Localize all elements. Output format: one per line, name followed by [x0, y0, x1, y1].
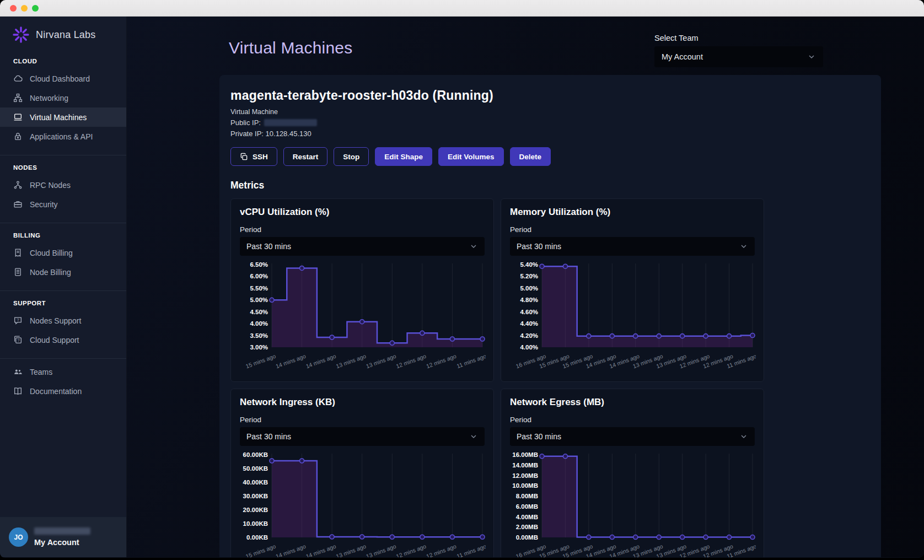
- svg-text:14 mins ago: 14 mins ago: [275, 353, 307, 370]
- chevron-down-icon: [469, 242, 478, 251]
- sidebar-item-nodes-support[interactable]: ?Nodes Support: [0, 311, 126, 330]
- svg-text:6.50%: 6.50%: [250, 261, 268, 268]
- period-select[interactable]: Past 30 mins: [240, 427, 485, 446]
- chevron-down-icon: [739, 242, 748, 251]
- period-select-value: Past 30 mins: [246, 242, 291, 251]
- period-select-value: Past 30 mins: [246, 432, 291, 441]
- sidebar-section: CLOUDCloud DashboardNetworkingVirtual Ma…: [0, 49, 126, 155]
- chart-card-memory-utilization: Memory Utilization (%)PeriodPast 30 mins…: [501, 198, 764, 382]
- page-title: Virtual Machines: [229, 39, 352, 57]
- nodes-icon: [13, 180, 23, 190]
- svg-text:?: ?: [17, 317, 19, 322]
- sidebar-section-header: CLOUD: [0, 52, 126, 69]
- sidebar-item-cloud-dashboard[interactable]: Cloud Dashboard: [0, 69, 126, 88]
- vm-public-ip: Public IP:: [230, 119, 870, 127]
- sidebar-item-node-billing[interactable]: Node Billing: [0, 262, 126, 282]
- metric-chart: 5.40%5.20%5.00%4.80%4.60%4.40%4.20%4.00%…: [510, 260, 756, 374]
- svg-text:4.00%: 4.00%: [520, 344, 538, 351]
- sidebar-section: NODESRPC NodesSecurity: [0, 155, 126, 223]
- period-label: Period: [510, 225, 755, 234]
- sidebar-item-label: Cloud Dashboard: [30, 74, 90, 83]
- teams-icon: [13, 367, 23, 376]
- sidebar-item-networking[interactable]: Networking: [0, 88, 126, 107]
- chart-title: Network Egress (MB): [510, 397, 755, 408]
- team-select-group: Select Team My Account: [654, 34, 823, 67]
- sidebar-section-header: SUPPORT: [0, 294, 126, 311]
- sidebar-item-cloud-billing[interactable]: Cloud Billing: [0, 243, 126, 262]
- sidebar-item-applications-api[interactable]: Applications & API: [0, 127, 126, 146]
- brand: Nirvana Labs: [0, 17, 126, 49]
- sidebar-item-rpc-nodes[interactable]: RPC Nodes: [0, 175, 126, 195]
- public-ip-label: Public IP:: [230, 119, 261, 127]
- invoice-icon: [13, 248, 23, 257]
- svg-text:12 mins ago: 12 mins ago: [425, 543, 457, 557]
- chart-card-network-ingress-kb: Network Ingress (KB)PeriodPast 30 mins60…: [230, 389, 494, 557]
- zoom-window-button[interactable]: [32, 5, 39, 12]
- svg-text:10.00KB: 10.00KB: [243, 520, 268, 527]
- sidebar-item-label: Networking: [30, 94, 68, 103]
- app-window: Nirvana Labs CLOUDCloud DashboardNetwork…: [0, 0, 924, 558]
- edit-shape-button[interactable]: Edit Shape: [375, 147, 432, 166]
- minimize-window-button[interactable]: [21, 5, 28, 12]
- select-team-label: Select Team: [654, 34, 823, 42]
- vm-type-label: Virtual Machine: [230, 108, 870, 116]
- svg-text:50.00KB: 50.00KB: [243, 465, 268, 472]
- sidebar-section: BILLINGCloud BillingNode Billing: [0, 223, 126, 291]
- period-label: Period: [510, 416, 755, 424]
- team-select-value: My Account: [662, 52, 703, 61]
- svg-text:14 mins ago: 14 mins ago: [305, 353, 337, 370]
- svg-text:13 mins ago: 13 mins ago: [335, 353, 367, 370]
- public-ip-redacted: [264, 119, 317, 126]
- svg-text:4.60%: 4.60%: [520, 309, 538, 315]
- restart-button[interactable]: Restart: [283, 147, 328, 166]
- sidebar-item-security[interactable]: Security: [0, 195, 126, 214]
- sidebar-nav: CLOUDCloud DashboardNetworkingVirtual Ma…: [0, 49, 126, 517]
- close-window-button[interactable]: [10, 5, 17, 12]
- sidebar-item-label: Cloud Support: [30, 336, 79, 344]
- sidebar-item-documentation[interactable]: Documentation: [0, 381, 126, 401]
- svg-text:2.00MB: 2.00MB: [516, 524, 538, 530]
- sidebar-section: TeamsDocumentation: [0, 359, 126, 410]
- svg-text:11 mins ago: 11 mins ago: [456, 543, 486, 557]
- sidebar-item-label: Security: [30, 200, 58, 209]
- sidebar: Nirvana Labs CLOUDCloud DashboardNetwork…: [0, 17, 127, 557]
- stop-button[interactable]: Stop: [334, 147, 369, 166]
- svg-text:3.50%: 3.50%: [250, 332, 268, 339]
- ssh-button[interactable]: SSH: [230, 147, 277, 166]
- svg-text:5.00%: 5.00%: [250, 297, 268, 303]
- window-titlebar: [0, 0, 924, 17]
- svg-text:6.00%: 6.00%: [250, 273, 268, 279]
- period-select[interactable]: Past 30 mins: [510, 427, 755, 446]
- network-icon: [13, 93, 23, 103]
- svg-text:15 mins ago: 15 mins ago: [245, 353, 277, 370]
- sidebar-item-virtual-machines[interactable]: Virtual Machines: [0, 107, 126, 127]
- sidebar-item-label: Node Billing: [30, 268, 71, 277]
- edit-volumes-button[interactable]: Edit Volumes: [438, 147, 504, 166]
- svg-text:5.00%: 5.00%: [520, 285, 538, 292]
- team-select[interactable]: My Account: [654, 46, 823, 67]
- book-icon: [13, 386, 23, 396]
- svg-text:0.00MB: 0.00MB: [516, 534, 538, 541]
- svg-text:10.00MB: 10.00MB: [512, 482, 538, 489]
- svg-text:?: ?: [17, 338, 19, 343]
- main-content: Virtual Machines Select Team My Account …: [127, 17, 924, 557]
- svg-text:3.00%: 3.00%: [250, 344, 268, 351]
- svg-text:20.00KB: 20.00KB: [243, 507, 268, 513]
- delete-button[interactable]: Delete: [510, 147, 551, 166]
- period-select[interactable]: Past 30 mins: [240, 237, 485, 256]
- period-select[interactable]: Past 30 mins: [510, 237, 755, 256]
- chart-title: vCPU Utilization (%): [240, 207, 485, 218]
- svg-text:8.00MB: 8.00MB: [516, 493, 538, 499]
- metric-chart: 6.50%6.00%5.50%5.00%4.50%4.00%3.50%3.00%…: [240, 260, 486, 374]
- chevron-down-icon: [469, 432, 478, 441]
- sidebar-item-label: Nodes Support: [30, 316, 81, 325]
- chart-card-vcpu-utilization: vCPU Utilization (%)PeriodPast 30 mins6.…: [230, 198, 494, 382]
- avatar: JO: [9, 527, 28, 547]
- chart-title: Memory Utilization (%): [510, 207, 755, 218]
- briefcase-icon: [13, 200, 23, 209]
- sidebar-item-teams[interactable]: Teams: [0, 362, 126, 381]
- user-account-area[interactable]: JO My Account: [0, 517, 126, 557]
- vm-name: magenta-terabyte-rooster-h03do (Running): [230, 88, 870, 103]
- ssh-button-label: SSH: [253, 153, 268, 161]
- sidebar-item-cloud-support[interactable]: ?Cloud Support: [0, 330, 126, 349]
